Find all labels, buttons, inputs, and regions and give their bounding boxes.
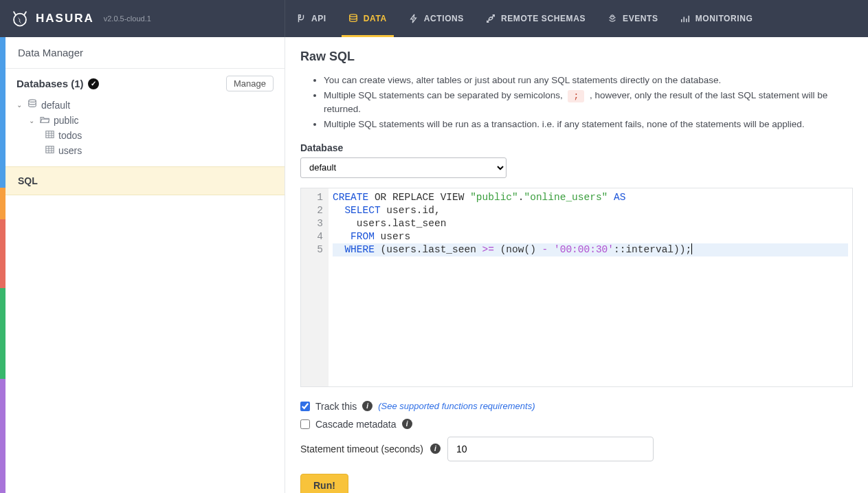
bullet-item: Multiple SQL statements can be separated… (324, 89, 853, 116)
databases-title[interactable]: Databases (1) ✓ (16, 78, 99, 89)
nav-tab-remote-schemas[interactable]: REMOTE SCHEMAS (475, 0, 597, 37)
events-icon (608, 14, 617, 23)
brand-logo-icon (11, 10, 29, 28)
svg-point-2 (29, 100, 36, 102)
track-this-checkbox[interactable] (300, 402, 310, 411)
timeout-input[interactable] (447, 437, 654, 461)
chevron-down-icon: ⌄ (29, 117, 36, 124)
bullet-item: Multiple SQL statements will be run as a… (324, 118, 853, 131)
sidebar-header: Data Manager (5, 37, 285, 69)
check-icon: ✓ (88, 78, 99, 89)
manage-button[interactable]: Manage (226, 76, 274, 91)
sql-editor[interactable]: 12345 CREATE OR REPLACE VIEW "public"."o… (300, 188, 853, 387)
timeout-label: Statement timeout (seconds) (300, 443, 423, 454)
nav-tab-api[interactable]: API (285, 0, 337, 37)
database-field-label: Database (300, 142, 853, 153)
nav-tab-actions[interactable]: ACTIONS (398, 0, 475, 37)
chevron-down-icon: ⌄ (16, 101, 23, 109)
database-select[interactable]: default (300, 157, 507, 178)
track-this-label: Track this (315, 401, 357, 412)
svg-rect-3 (46, 131, 54, 138)
monitoring-icon (680, 14, 690, 23)
editor-code[interactable]: CREATE OR REPLACE VIEW "public"."online_… (329, 188, 852, 386)
remote-schemas-icon (486, 14, 496, 23)
nav-tab-monitoring[interactable]: MONITORING (669, 0, 764, 37)
tree-schema-node[interactable]: ⌄ public (29, 113, 285, 128)
api-icon (296, 14, 306, 23)
data-icon (348, 14, 358, 23)
run-button[interactable]: Run! (300, 474, 348, 493)
svg-point-1 (350, 14, 357, 17)
brand-area: HASURA v2.0.5-cloud.1 (0, 0, 285, 37)
table-icon (45, 130, 54, 141)
info-icon[interactable]: i (362, 401, 372, 411)
sidebar-item-sql[interactable]: SQL (5, 166, 285, 195)
database-icon (27, 99, 37, 111)
tree-table-todos[interactable]: todos (45, 128, 285, 143)
tree-table-users[interactable]: users (45, 143, 285, 158)
table-icon (45, 145, 54, 156)
actions-icon (409, 14, 419, 23)
tree-db-label: default (41, 100, 70, 111)
nav-tabs: APIDATAACTIONSREMOTE SCHEMASEVENTSMONITO… (285, 0, 764, 37)
info-bullets: You can create views, alter tables or ju… (300, 74, 853, 131)
brand-name: HASURA (36, 12, 94, 25)
nav-tab-data[interactable]: DATA (337, 0, 398, 37)
folder-open-icon (40, 116, 49, 126)
cascade-metadata-checkbox[interactable] (300, 419, 310, 429)
main-panel: Raw SQL You can create views, alter tabl… (285, 37, 868, 493)
bullet-item: You can create views, alter tables or ju… (324, 74, 853, 87)
rainbow-strip (0, 37, 5, 493)
tree-schema-label: public (54, 115, 79, 126)
databases-label: Databases (1) (16, 78, 84, 89)
cascade-metadata-label: Cascade metadata (315, 419, 397, 430)
svg-rect-4 (46, 146, 54, 153)
info-icon[interactable]: i (402, 419, 412, 429)
topbar: HASURA v2.0.5-cloud.1 APIDATAACTIONSREMO… (0, 0, 868, 37)
tree-db-node[interactable]: ⌄ default (16, 97, 285, 113)
info-icon[interactable]: i (430, 443, 441, 454)
editor-gutter: 12345 (301, 188, 329, 386)
page-title: Raw SQL (300, 50, 853, 64)
brand-version: v2.0.5-cloud.1 (104, 14, 151, 23)
db-tree: ⌄ default ⌄ public todosusers (5, 96, 285, 164)
sidebar: Data Manager Databases (1) ✓ Manage ⌄ de… (5, 37, 285, 493)
semicolon-chip: ; (568, 90, 584, 103)
supported-functions-link[interactable]: (See supported functions requirements) (378, 401, 535, 411)
nav-tab-events[interactable]: EVENTS (597, 0, 669, 37)
